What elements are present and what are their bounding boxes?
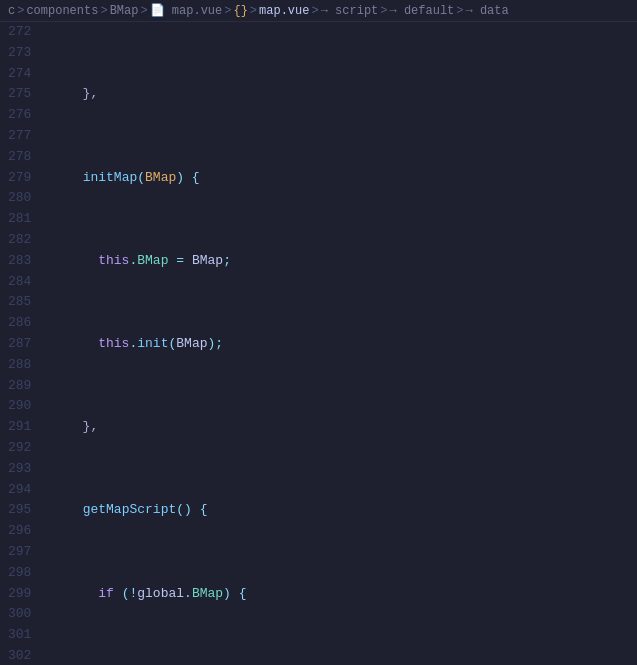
breadcrumb: c > components > BMap > 📄 map.vue > {} >… [0, 0, 637, 22]
ln-291: 291 [8, 417, 31, 438]
ln-272: 272 [8, 22, 31, 43]
code-line-276: }, [51, 417, 637, 438]
ln-288: 288 [8, 355, 31, 376]
ln-287: 287 [8, 334, 31, 355]
code-line-274: this.BMap = BMap; [51, 251, 637, 272]
ln-276: 276 [8, 105, 31, 126]
code-line-272: }, [51, 84, 637, 105]
ln-274: 274 [8, 64, 31, 85]
breadcrumb-item-components: components [26, 4, 98, 18]
code-line-277: getMapScript() { [51, 500, 637, 521]
breadcrumb-item-data: → data [466, 4, 509, 18]
breadcrumb-item-mapvue: 📄 map.vue [150, 3, 223, 18]
ln-286: 286 [8, 313, 31, 334]
ln-298: 298 [8, 563, 31, 584]
ln-277: 277 [8, 126, 31, 147]
ln-275: 275 [8, 84, 31, 105]
editor-container: c > components > BMap > 📄 map.vue > {} >… [0, 0, 637, 665]
ln-283: 283 [8, 251, 31, 272]
ln-301: 301 [8, 625, 31, 646]
ln-297: 297 [8, 542, 31, 563]
ln-289: 289 [8, 376, 31, 397]
ln-284: 284 [8, 272, 31, 293]
ln-292: 292 [8, 438, 31, 459]
ln-279: 279 [8, 168, 31, 189]
ln-282: 282 [8, 230, 31, 251]
code-content[interactable]: }, initMap(BMap) { this.BMap = BMap; thi… [43, 22, 637, 665]
code-line-273: initMap(BMap) { [51, 168, 637, 189]
ln-294: 294 [8, 480, 31, 501]
ln-299: 299 [8, 584, 31, 605]
ln-295: 295 [8, 500, 31, 521]
line-numbers: 272 273 274 275 276 277 278 279 280 281 … [0, 22, 43, 665]
ln-273: 273 [8, 43, 31, 64]
breadcrumb-item-bracket: {} [233, 4, 247, 18]
breadcrumb-item-script: → script [321, 4, 379, 18]
ln-290: 290 [8, 396, 31, 417]
breadcrumb-item-mapvue2: map.vue [259, 4, 309, 18]
code-line-275: this.init(BMap); [51, 334, 637, 355]
breadcrumb-item-c: c [8, 4, 15, 18]
code-line-278: if (!global.BMap) { [51, 584, 637, 605]
ln-285: 285 [8, 292, 31, 313]
ln-296: 296 [8, 521, 31, 542]
ln-278: 278 [8, 147, 31, 168]
ln-293: 293 [8, 459, 31, 480]
breadcrumb-item-default: → default [390, 4, 455, 18]
breadcrumb-item-bmap: BMap [110, 4, 139, 18]
code-area: 272 273 274 275 276 277 278 279 280 281 … [0, 22, 637, 665]
ln-280: 280 [8, 188, 31, 209]
ln-281: 281 [8, 209, 31, 230]
ln-300: 300 [8, 604, 31, 625]
ln-302: 302 [8, 646, 31, 665]
